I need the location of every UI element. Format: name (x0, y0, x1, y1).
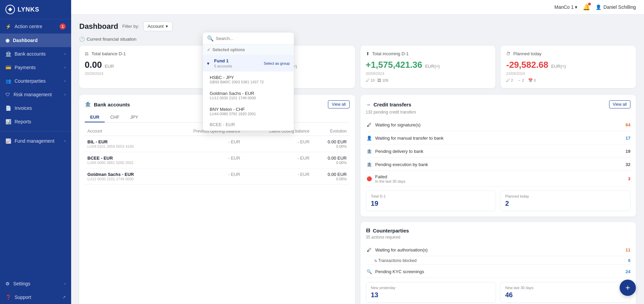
cp-rows: 🖊 Waiting for authorisation(s) 11 ↳ Tran… (366, 244, 631, 278)
select-as-group-btn[interactable]: Select as group (264, 61, 290, 65)
sidebar-item-bank-accounts[interactable]: 🏦 Bank accounts › (0, 47, 71, 61)
risk-management-icon: 🛡 (5, 92, 10, 97)
sidebar-item-dashboard[interactable]: ◉ Dashboard (0, 34, 71, 47)
prev-balance: - EUR (164, 152, 243, 168)
cp-subtitle: 35 actions required (366, 235, 631, 240)
sidebar-item-settings[interactable]: ⚙ Settings › (0, 277, 71, 290)
sidebar-item-counterparties[interactable]: 👥 Counterparties › (0, 74, 71, 88)
cp-footer-card: New last 30 days 46 (500, 282, 630, 303)
fund-management-icon: 📈 (5, 138, 11, 144)
fund-item[interactable]: ▾ Fund 1 5 accounts Select as group (203, 55, 294, 72)
sidebar-item-invoices[interactable]: 📄 Invoices (0, 101, 71, 115)
dropdown-search-input[interactable] (216, 36, 290, 41)
ct-rows: 🖊 Waiting for signature(s) 64 👤 Waiting … (366, 119, 631, 186)
sidebar-label-fund-management: Fund management (15, 138, 55, 144)
topbar: ManCo 1 ▾ 🔔 👤 Daniel Schilling (71, 0, 644, 15)
ct-row-icon: 👤 (366, 135, 373, 141)
fund-sub: 5 accounts (214, 64, 232, 68)
ct-row-item[interactable]: 🏦 Pending delivery to bank 19 (366, 145, 631, 158)
evolution: 0.00 EUR 0.00% (312, 136, 350, 152)
ct-row-count: 32 (626, 162, 630, 167)
dropdown-search-bar[interactable]: 🔍 (203, 33, 294, 45)
sidebar-item-risk-management[interactable]: 🛡 Risk management › (0, 88, 71, 101)
sidebar-label-reports: Reports (15, 119, 31, 124)
current-situation-bar: 🕐 Current financial situation (79, 37, 636, 42)
sidebar-label-invoices: Invoices (15, 105, 32, 111)
ct-footer-card: Total D-1 19 (366, 190, 496, 211)
ct-row-icon: 🏦 (366, 161, 373, 168)
tab-eur[interactable]: EUR (85, 113, 105, 122)
sidebar-label-risk-management: Risk management (14, 92, 52, 97)
tab-chf[interactable]: CHF (105, 113, 125, 122)
manco-label: ManCo 1 (554, 4, 574, 10)
total-balance-card: ⚖ Total balance D-1 0.00 EUR 20/09/2024 (79, 46, 214, 88)
sidebar: LYNKS ⚡ Action centre 1 ◉ Dashboard 🏦 Ba… (0, 0, 71, 304)
ct-footer-label: Total D-1 (371, 194, 491, 198)
cp-footer-count: 46 (505, 291, 625, 299)
tab-jpy[interactable]: JPY (125, 113, 144, 122)
incoming-badge1: 🖊 10 (366, 78, 375, 82)
latest-balance: - EUR (243, 136, 312, 152)
sidebar-item-payments[interactable]: 💳 Payments › (0, 61, 71, 74)
balance-amount: 0.00 (85, 60, 102, 70)
ct-row-item[interactable]: 👤 Waiting for manual transfer to bank 17 (366, 132, 631, 144)
dashboard-header: Dashboard Filter by: Account ▾ (79, 21, 636, 31)
cp-title-text: Counterparties (373, 228, 409, 234)
sidebar-item-fund-management[interactable]: 📈 Fund management › (0, 134, 71, 148)
col-evo: Evolution (312, 127, 350, 136)
ct-row-item[interactable]: 🏦 Pending execution by bank 32 (366, 158, 631, 171)
dropdown-hsbc[interactable]: HSBC - JPY GB93 BARC 2003 5381 1437 72 (203, 72, 294, 87)
table-row: Goldman Sachs - EUR LU12 0030 2101 1749 … (85, 168, 350, 185)
cp-footer: New yesterday 13 New last 30 days 46 (366, 282, 631, 303)
ct-footer-label: Planned today (505, 194, 625, 198)
ct-row-item[interactable]: 🔴 Failed In the last 30 days 3 (366, 171, 631, 186)
notification-bell[interactable]: 🔔 (583, 3, 590, 11)
support-icon: ❓ (5, 295, 11, 300)
dropdown-bny[interactable]: BNY Melon - CHF LU44 0080 3792 1820 2001 (203, 103, 294, 119)
dropdown-goldman[interactable]: Goldman Sachs - EUR LU12 0030 2101 1749 … (203, 87, 294, 103)
ct-row-label: Pending execution by bank (375, 162, 428, 167)
fab-add-button[interactable]: + (620, 280, 636, 296)
user-menu[interactable]: 👤 Daniel Schilling (596, 4, 636, 10)
dashboard-icon: ◉ (5, 38, 9, 43)
cp-sub-row: ↳ Transactions blocked 6 (366, 257, 631, 265)
bank-view-all-button[interactable]: View all (328, 100, 349, 108)
bank-accounts-icon: 🏦 (5, 51, 11, 57)
table-row: BCEE - EUR LU69 0080 3681 5000 2001 - EU… (85, 152, 350, 168)
settings-chevron: › (64, 281, 66, 286)
dropdown-bcee[interactable]: BCEE - EUR (203, 119, 294, 130)
account-name: BCEE - EUR (87, 156, 161, 161)
incoming-badges: 🖊 10 🖼 109 (366, 78, 490, 82)
ct-footer-card: Planned today 2 (500, 190, 630, 211)
ct-title-text: Credit transfers (374, 102, 412, 107)
ct-view-all-button[interactable]: View all (609, 100, 630, 108)
cp-row-item[interactable]: 🖊 Waiting for authorisation(s) 11 (366, 244, 631, 256)
counterparties-panel: ⊟ Counterparties 35 actions required 🖊 W… (360, 222, 636, 304)
cp-row-item[interactable]: 🔍 Pending KYC screenings 24 (366, 265, 631, 278)
notification-dot (588, 3, 591, 5)
bank-accounts-chevron: › (64, 52, 66, 56)
selected-options-header: ✓ Selected options (203, 45, 294, 55)
sidebar-label-settings: Settings (13, 281, 30, 286)
sidebar-item-action-centre[interactable]: ⚡ Action centre 1 (0, 19, 71, 34)
ct-row-item[interactable]: 🖊 Waiting for signature(s) 64 (366, 119, 631, 131)
sidebar-item-reports[interactable]: 📊 Reports (0, 115, 71, 128)
planned-amount: -29,582.68 (506, 60, 548, 70)
account-filter-button[interactable]: Account ▾ (143, 21, 172, 31)
ct-footer: Total D-1 19 Planned today 2 (366, 190, 631, 211)
cp-icon: ⊟ (366, 227, 370, 234)
sidebar-label-bank-accounts: Bank accounts (15, 51, 46, 57)
planned-label: Planned today (513, 51, 541, 56)
fund-management-chevron: › (64, 139, 66, 143)
bottom-grid: 🏦 Bank accounts View all EUR CHF JPY Acc… (79, 95, 636, 304)
sidebar-item-support[interactable]: ❓ Support ↗ (0, 290, 71, 304)
bank-accounts-title: Bank accounts (94, 102, 130, 107)
cp-sub-label: ↳ Transactions blocked (374, 258, 417, 263)
ct-row-icon: 🏦 (366, 148, 373, 155)
filter-label: Filter by: (122, 24, 139, 29)
main-area: ManCo 1 ▾ 🔔 👤 Daniel Schilling Dashboard… (71, 0, 644, 304)
account-iban: LU69 0080 3681 5000 2001 (87, 161, 161, 165)
planned-icon: ⏱ (506, 51, 511, 56)
manco-selector[interactable]: ManCo 1 ▾ (554, 4, 577, 10)
settings-icon: ⚙ (5, 281, 10, 286)
